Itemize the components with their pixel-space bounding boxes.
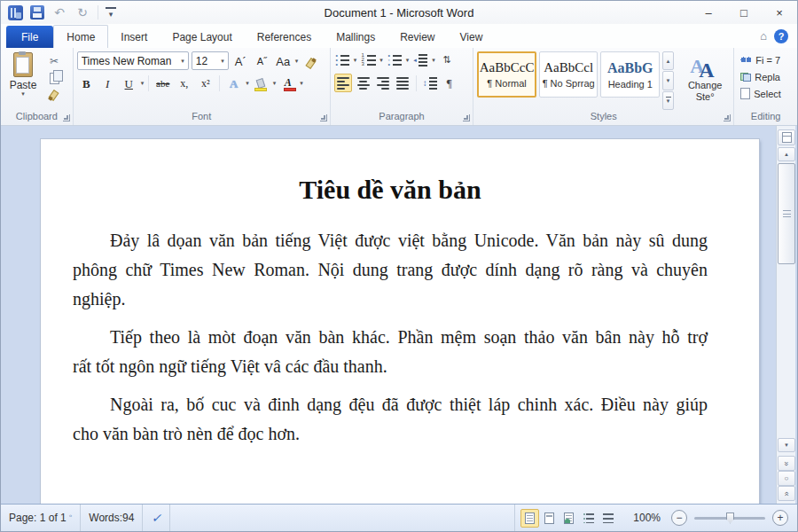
paragraph-dialog-launcher[interactable]: [463, 114, 470, 121]
zoom-slider[interactable]: [694, 517, 765, 520]
scrollbar-thumb[interactable]: [778, 163, 795, 264]
close-button[interactable]: ×: [762, 1, 797, 24]
bold-button[interactable]: B: [77, 74, 96, 91]
copy-button[interactable]: [43, 70, 65, 86]
multilevel-list-button[interactable]: •◦•: [387, 51, 403, 68]
draft-view-button[interactable]: [598, 509, 617, 528]
print-layout-view-button[interactable]: [520, 509, 539, 528]
tab-view[interactable]: View: [448, 26, 496, 48]
zoom-level-label[interactable]: 100%: [626, 512, 668, 524]
indent-icon: ◂: [413, 54, 427, 66]
tab-insert[interactable]: Insert: [108, 26, 160, 48]
document-text-line[interactable]: rất tốt ngôn ngữ tiếng Việt vâ các đầu t…: [73, 352, 708, 381]
status-bar-right: 100% − +: [514, 505, 797, 531]
paste-icon: [13, 52, 33, 77]
scroll-up-button[interactable]: ▲: [778, 147, 795, 161]
redo-button[interactable]: ↻: [74, 4, 90, 20]
shrink-font-button[interactable]: A˝: [253, 52, 271, 69]
justify-button[interactable]: [395, 74, 411, 91]
spellcheck-status[interactable]: ✓: [143, 505, 170, 531]
text-effects-button[interactable]: A: [224, 74, 243, 91]
align-center-button[interactable]: [356, 74, 372, 91]
separator: [219, 75, 220, 91]
help-button[interactable]: ?: [774, 29, 788, 43]
document-text-line[interactable]: cho văn bàn trò nèn để đọc hơn.: [73, 419, 708, 449]
format-painter-button[interactable]: [43, 87, 65, 103]
undo-button[interactable]: ↶: [51, 4, 67, 20]
document-text-line[interactable]: Tiếp theo là mòt đoạn văn bàn khác. Phần…: [73, 323, 708, 352]
document-text-line[interactable]: nghiệp.: [73, 285, 708, 314]
clipboard-dialog-launcher[interactable]: [63, 114, 70, 121]
next-page-button[interactable]: »: [778, 486, 795, 501]
subscript-button[interactable]: x,: [175, 74, 193, 91]
window-title: Document 1 - Microsoft Word: [1, 6, 797, 20]
highlight-color-button[interactable]: [252, 74, 270, 91]
vertical-scrollbar[interactable]: ▲ ▼ » ○ »: [776, 126, 795, 506]
select-button[interactable]: Select: [738, 85, 794, 102]
tab-file[interactable]: File: [6, 26, 53, 48]
select-browse-object-button[interactable]: ○: [778, 471, 795, 486]
document-title[interactable]: Tiêu dề văn bản: [73, 175, 708, 205]
align-right-button[interactable]: [375, 74, 391, 91]
replace-button[interactable]: Repla: [738, 68, 794, 85]
home-icon[interactable]: ⌂: [760, 29, 767, 43]
change-case-button[interactable]: Aa: [274, 52, 293, 69]
fullscreen-reading-view-button[interactable]: [540, 509, 559, 528]
document-text-line[interactable]: Đảy lâ dọan văn bản tiếng Việt được việt…: [73, 226, 708, 255]
editing-group: Fi = 7 Repla Select Editing: [734, 48, 797, 125]
zoom-in-button[interactable]: +: [772, 510, 788, 526]
strikethrough-button[interactable]: abe: [153, 74, 172, 91]
line-spacing-button[interactable]: ↕: [422, 74, 438, 91]
find-button[interactable]: Fi = 7: [738, 51, 794, 68]
superscript-button[interactable]: x²: [196, 74, 215, 91]
document-text-line[interactable]: phông chữ Times New Roman. Nội dung tran…: [73, 255, 708, 285]
select-label: Select: [754, 89, 781, 99]
ruler-toggle-button[interactable]: [778, 129, 795, 145]
style-normal[interactable]: AaBbCcC ¶ Normal: [477, 51, 536, 98]
numbering-button[interactable]: 123: [360, 51, 376, 68]
maximize-button[interactable]: □: [726, 1, 762, 24]
qat-customize-button[interactable]: ▾: [106, 7, 116, 19]
styles-dialog-launcher[interactable]: [724, 114, 731, 121]
font-size-select[interactable]: 12 ▾: [192, 51, 229, 70]
style-heading-1[interactable]: AaBbG Heading 1: [600, 51, 660, 98]
style-no-spacing[interactable]: AaBbCcl ¶ No Sprrag: [539, 51, 598, 98]
word-count[interactable]: Words:94: [81, 505, 143, 531]
font-family-select[interactable]: Times New Roman ▾: [77, 51, 189, 70]
draft-view-icon: [603, 513, 614, 523]
document-text-line[interactable]: Ngoài ra, bố cuc và đinh dạng đệu đã đượ…: [73, 390, 708, 419]
web-layout-view-button[interactable]: [559, 509, 578, 528]
styles-more-button[interactable]: ▼: [662, 91, 674, 110]
page-indicator[interactable]: Page: 1 of 1 ◦: [1, 505, 81, 531]
underline-button[interactable]: U: [120, 74, 138, 91]
styles-scroll-down-button[interactable]: ▼: [662, 71, 674, 90]
styles-scroll-up-button[interactable]: ▲: [662, 51, 674, 70]
tab-home[interactable]: Home: [53, 25, 108, 48]
italic-button[interactable]: I: [98, 74, 117, 91]
grow-font-button[interactable]: A´: [231, 52, 250, 69]
tab-mailings[interactable]: Mallings: [324, 26, 387, 48]
clear-formatting-button[interactable]: [301, 52, 319, 69]
zoom-out-button[interactable]: −: [671, 510, 687, 526]
zoom-slider-thumb[interactable]: [726, 512, 734, 524]
previous-page-button[interactable]: »: [778, 456, 795, 471]
tab-page-layout[interactable]: Page Layout: [160, 26, 244, 48]
tab-review[interactable]: Review: [387, 26, 447, 48]
indent-button[interactable]: ◂: [412, 51, 428, 68]
save-button[interactable]: [30, 5, 44, 20]
tab-references[interactable]: References: [245, 26, 324, 48]
document-page[interactable]: Tiêu dề văn bản Đảy lâ dọan văn bản tiến…: [41, 139, 759, 504]
minimize-button[interactable]: –: [691, 1, 726, 24]
change-styles-button[interactable]: A A Change Ste°: [680, 51, 730, 110]
outline-view-button[interactable]: [579, 509, 598, 528]
font-dialog-launcher[interactable]: [320, 114, 327, 121]
align-left-button[interactable]: [334, 74, 352, 92]
sort-button[interactable]: ⇅: [439, 51, 455, 68]
paste-button[interactable]: Paste ▾: [4, 51, 42, 110]
bullets-button[interactable]: •••: [334, 51, 350, 68]
fullscreen-reading-icon: [544, 512, 554, 524]
show-paragraph-marks-button[interactable]: ¶: [442, 74, 458, 91]
cut-button[interactable]: ✂: [43, 53, 65, 69]
scroll-down-button[interactable]: ▼: [778, 438, 795, 452]
font-color-button[interactable]: A: [278, 74, 297, 91]
